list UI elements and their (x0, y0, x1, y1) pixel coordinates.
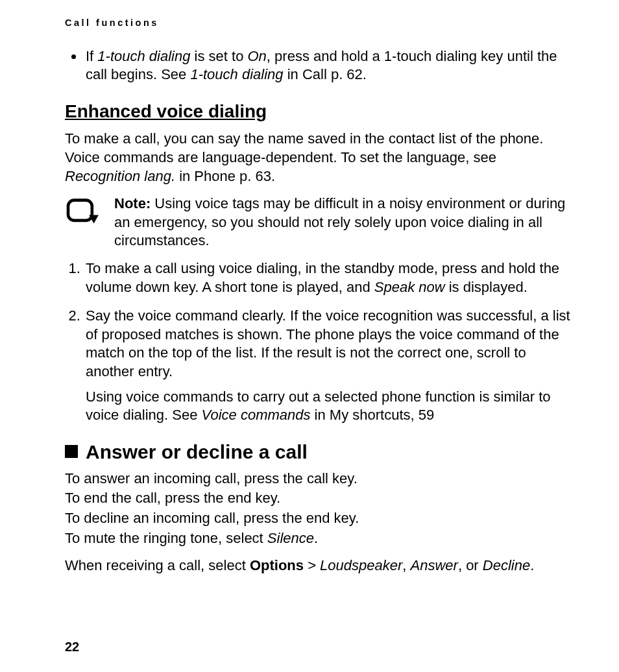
text: . (530, 557, 534, 573)
note-block: Note: Using voice tags may be difficult … (65, 195, 574, 250)
step-1: To make a call using voice dialing, in t… (84, 259, 574, 296)
text-italic: Decline (483, 557, 530, 573)
page: Call functions If 1-touch dialing is set… (0, 0, 619, 672)
text: To mute the ringing tone, select (65, 530, 267, 546)
paragraph-evd-intro: To make a call, you can say the name sav… (65, 130, 574, 186)
note-body: Using voice tags may be difficult in a n… (114, 195, 565, 248)
running-header: Call functions (65, 17, 574, 29)
text: , or (458, 557, 483, 573)
text: in Call p. 62. (284, 66, 367, 82)
text-italic: 1-touch dialing (190, 66, 283, 82)
text: is displayed. (445, 279, 528, 295)
text-italic: Answer (411, 557, 458, 573)
note-label: Note: (114, 195, 151, 211)
paragraph: To end the call, press the end key. (65, 489, 574, 508)
step-2: Say the voice command clearly. If the vo… (84, 307, 574, 425)
text: Say the voice command clearly. If the vo… (86, 307, 570, 379)
text-italic: Recognition lang. (65, 168, 175, 184)
text-bold: Options (250, 557, 304, 573)
text: in My shortcuts, 59 (310, 407, 434, 423)
text-italic: Voice commands (202, 407, 311, 423)
answer-paragraph-block: To answer an incoming call, press the ca… (65, 470, 574, 547)
text-italic: On (248, 48, 267, 64)
text-italic: Silence (267, 530, 314, 546)
text: , (402, 557, 410, 573)
heading-answer-decline: Answer or decline a call (65, 439, 574, 464)
paragraph: To mute the ringing tone, select Silence… (65, 529, 574, 548)
ordered-steps: To make a call using voice dialing, in t… (65, 259, 574, 425)
text: > (304, 557, 320, 573)
paragraph-options: When receiving a call, select Options > … (65, 557, 574, 575)
text: . (314, 530, 318, 546)
step-2-sub: Using voice commands to carry out a sele… (86, 388, 574, 425)
text-italic: 1-touch dialing (97, 48, 190, 64)
text: To make a call, you can say the name sav… (65, 130, 543, 165)
note-icon (65, 195, 101, 232)
text: If (86, 48, 97, 64)
bullet-list: If 1-touch dialing is set to On, press a… (65, 47, 574, 84)
svg-rect-0 (68, 200, 92, 221)
heading-text: Answer or decline a call (86, 439, 308, 464)
text-italic: Speak now (374, 279, 445, 295)
paragraph: To answer an incoming call, press the ca… (65, 470, 574, 488)
note-text: Note: Using voice tags may be difficult … (114, 195, 574, 250)
text: When receiving a call, select (65, 557, 250, 573)
text-italic: Loudspeaker (320, 557, 402, 573)
square-bullet-icon (65, 445, 78, 458)
page-number: 22 (65, 638, 79, 655)
heading-enhanced-voice-dialing: Enhanced voice dialing (65, 100, 574, 123)
text: is set to (190, 48, 247, 64)
text: in Phone p. 63. (175, 168, 275, 184)
bullet-item-1touch: If 1-touch dialing is set to On, press a… (84, 47, 574, 84)
paragraph: To decline an incoming call, press the e… (65, 509, 574, 528)
